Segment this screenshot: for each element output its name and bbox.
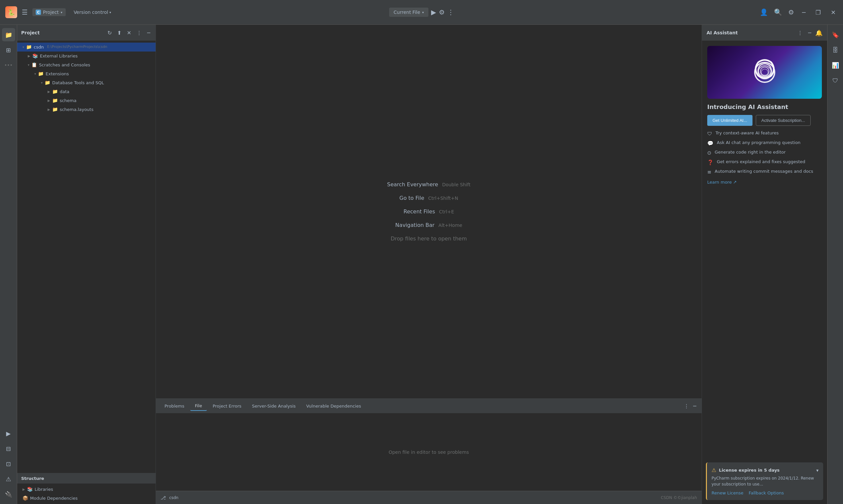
license-actions: Renew License Fallback Options	[712, 490, 819, 496]
ai-hero-image	[707, 46, 822, 99]
right-icon-chart[interactable]: 📊	[829, 58, 842, 72]
tree-icon-csdn: 📁	[26, 43, 32, 51]
version-control-label: Version control	[74, 10, 108, 15]
minimize-btn[interactable]: ─	[800, 8, 808, 17]
ai-feature-context: 🛡 Try context-aware AI features	[707, 130, 822, 137]
license-chevron[interactable]: ▾	[816, 468, 819, 473]
main-container: 📁 ⊞ ••• ▶ ⊟ ⊡ ⚠ 🔌 Project ↻ ⬆ ✕ ⋮ ─ ▾ 📁	[0, 25, 843, 504]
ai-feature-text-errors: Get errors explained and fixes suggested	[717, 159, 805, 164]
restore-btn[interactable]: ❐	[813, 8, 823, 17]
profile-icon[interactable]: 👤	[760, 8, 768, 16]
debug-icon[interactable]: ⚙	[439, 8, 445, 16]
search-icon[interactable]: 🔍	[774, 8, 782, 16]
current-file-btn[interactable]: Current File ▾	[389, 7, 429, 17]
tree-arrow-schema-layouts: ▶	[48, 107, 50, 112]
tree-item-extensions[interactable]: ▾ 📁 Extensions	[17, 69, 156, 78]
project-more-btn[interactable]: ⋮	[135, 29, 143, 37]
tree-icon-data: 📁	[52, 88, 58, 95]
shortcut-goto-file-label: Go to File	[399, 195, 424, 201]
version-control-chevron: ▾	[109, 11, 111, 14]
ai-feature-chat: 💬 Ask AI chat any programming question	[707, 140, 822, 146]
settings-icon[interactable]: ⚙	[788, 8, 794, 16]
run-icon[interactable]: ▶	[431, 8, 436, 16]
bottom-minimize-btn[interactable]: ─	[692, 402, 698, 410]
sidebar-icon-plugins2[interactable]: 🔌	[2, 487, 15, 501]
tab-server-analysis[interactable]: Server-Side Analysis	[247, 402, 300, 411]
license-banner: ⚠ License expires in 5 days ▾ PyCharm su…	[706, 462, 823, 500]
tree-label-schema: schema	[60, 97, 77, 104]
tree-item-ext-libs[interactable]: ▶ 📚 External Libraries	[17, 52, 156, 60]
sidebar-icon-problems[interactable]: ⚠	[2, 472, 15, 486]
tree-icon-schema-layouts: 📁	[52, 106, 58, 113]
fallback-options-link[interactable]: Fallback Options	[749, 490, 784, 496]
shortcut-nav-bar[interactable]: Navigation Bar Alt+Home	[395, 222, 463, 228]
ai-more-btn[interactable]: ⋮	[796, 29, 804, 37]
project-collapse-btn[interactable]: ⬆	[116, 29, 123, 37]
project-sync-btn[interactable]: ↻	[106, 29, 113, 37]
ai-minimize-btn[interactable]: ─	[807, 29, 813, 37]
more-actions-icon[interactable]: ⋮	[447, 8, 454, 16]
editor-area: Search Everywhere Double Shift Go to Fil…	[156, 25, 702, 398]
close-btn[interactable]: ✕	[829, 8, 838, 17]
renew-license-link[interactable]: Renew License	[712, 490, 743, 496]
structure-header[interactable]: Structure	[17, 473, 156, 484]
tab-vulnerable-deps[interactable]: Vulnerable Dependencies	[302, 402, 366, 411]
git-branch[interactable]: csdn	[169, 496, 178, 500]
tab-problems[interactable]: Problems	[160, 402, 189, 411]
project-minimize-btn[interactable]: ─	[146, 29, 151, 37]
sidebar-icon-run[interactable]: ▶	[2, 427, 15, 440]
tab-file[interactable]: File	[190, 401, 207, 411]
sidebar-icon-layers[interactable]: ⊟	[2, 442, 15, 455]
statusbar-right-text: CSDN ©©jianplah	[661, 496, 697, 500]
tree-label-schema-layouts: schema.layouts	[60, 106, 93, 113]
tree-item-db-tools[interactable]: ▾ 📁 Database Tools and SQL	[17, 78, 156, 87]
titlebar-center: Current File ▾ ▶ ⚙ ⋮	[283, 7, 560, 17]
right-icon-bookmark[interactable]: 🔖	[829, 28, 842, 41]
tree-item-schema-layouts[interactable]: ▶ 📁 schema.layouts	[17, 105, 156, 114]
ai-feature-icon-chat: 💬	[707, 140, 714, 146]
tree-item-csdn[interactable]: ▾ 📁 csdn E:\Projects\PycharmProjects\csd…	[17, 42, 156, 52]
right-icon-database[interactable]: 🗄	[829, 43, 842, 56]
ai-feature-errors: ❓ Get errors explained and fixes suggest…	[707, 159, 822, 165]
ai-learn-more-link[interactable]: Learn more ↗	[707, 180, 822, 185]
version-control-btn[interactable]: Version control ▾	[70, 8, 114, 16]
sidebar-icon-project[interactable]: 📁	[2, 28, 15, 41]
current-file-label: Current File	[394, 10, 420, 15]
bottom-tabs: Problems File Project Errors Server-Side…	[156, 399, 702, 413]
icon-sidebar-top: 📁 ⊞ •••	[2, 28, 15, 425]
project-badge[interactable]: C Project ▾	[32, 8, 66, 16]
shortcut-goto-file[interactable]: Go to File Ctrl+Shift+N	[399, 195, 458, 201]
shortcut-recent-files[interactable]: Recent Files Ctrl+E	[403, 209, 454, 215]
tab-project-errors[interactable]: Project Errors	[208, 402, 246, 411]
bottom-more-btn[interactable]: ⋮	[682, 402, 690, 410]
ai-notifications-btn[interactable]: 🔔	[815, 30, 823, 36]
project-panel: Project ↻ ⬆ ✕ ⋮ ─ ▾ 📁 csdn E:\Projects\P…	[17, 25, 156, 504]
tree-arrow-data: ▶	[48, 89, 50, 94]
git-icon[interactable]: ⎇	[161, 495, 166, 500]
tree-item-module-deps[interactable]: 📦 Module Dependencies	[17, 494, 156, 503]
get-unlimited-btn[interactable]: Get Unlimited AI...	[707, 115, 753, 126]
shortcut-nav-bar-keys: Alt+Home	[438, 222, 462, 228]
tree-item-schema[interactable]: ▶ 📁 schema	[17, 96, 156, 105]
hamburger-icon[interactable]: ☰	[22, 8, 28, 16]
tree-item-scratches[interactable]: ▾ 📋 Scratches and Consoles	[17, 60, 156, 69]
tree-item-libraries[interactable]: ▶ 📚 Libraries	[17, 485, 156, 494]
shortcut-search-everywhere[interactable]: Search Everywhere Double Shift	[387, 181, 471, 187]
sidebar-icon-terminal[interactable]: ⊡	[2, 457, 15, 470]
structure-panel: Structure ▶ 📚 Libraries 📦 Module Depende…	[17, 473, 156, 504]
shortcut-recent-files-keys: Ctrl+E	[439, 209, 454, 214]
right-icon-shield[interactable]: 🛡	[829, 74, 842, 87]
project-panel-title: Project	[21, 30, 103, 35]
sidebar-icon-more[interactable]: •••	[2, 58, 15, 72]
bottom-panel: Problems File Project Errors Server-Side…	[156, 398, 702, 491]
tree-item-data[interactable]: ▶ 📁 data	[17, 87, 156, 96]
sidebar-icon-plugins[interactable]: ⊞	[2, 43, 15, 56]
ai-intro-title: Introducing AI Assistant	[707, 103, 822, 110]
project-close-btn[interactable]: ✕	[126, 29, 132, 37]
activate-subscription-btn[interactable]: Activate Subscription...	[756, 115, 811, 126]
project-dot: C	[36, 10, 41, 15]
tree-arrow-db-tools: ▾	[41, 80, 42, 85]
content-area: Search Everywhere Double Shift Go to Fil…	[156, 25, 702, 504]
drop-files-label: Drop files here to open them	[391, 235, 467, 242]
shortcut-search-everywhere-keys: Double Shift	[442, 182, 470, 187]
